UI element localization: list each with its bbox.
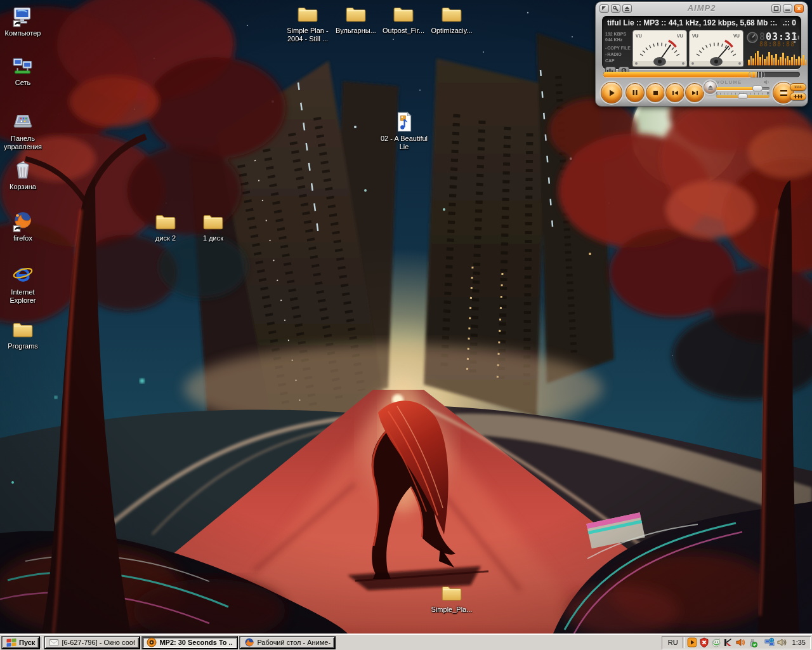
computer-icon <box>11 5 34 28</box>
desktop-icon-control-panel[interactable]: Панель управления <box>0 110 47 151</box>
recycle-icon <box>11 159 34 182</box>
svg-text:VU: VU <box>692 34 698 38</box>
aimp-play-icon[interactable] <box>687 637 697 647</box>
ie-icon <box>11 264 34 287</box>
task-label: MP2: 30 Seconds To ... <box>159 639 233 646</box>
desktop-icon-label: Сеть <box>0 79 47 87</box>
aimp-playlist-numbers-button[interactable]: 1111 <box>790 83 806 91</box>
aimp-close-button[interactable]: × <box>794 4 804 13</box>
volume-icon[interactable] <box>776 637 787 647</box>
security-alert-icon[interactable] <box>699 637 709 647</box>
taskbar-task-3[interactable]: Рабочий стол - Аниме-... <box>239 636 336 649</box>
desktop-icon-network[interactable]: Сеть <box>0 55 47 87</box>
network-icon <box>11 55 34 77</box>
desktop-icon-label: Панель управления <box>0 135 47 151</box>
aimp-spectrum-analyzer <box>748 49 806 65</box>
aimp-time-panel: 803:31 88:88:88 ▶❚❚■ <box>747 31 799 65</box>
aimp-samplerate: 044 KHz <box>605 37 632 43</box>
aimp-previous-track-button[interactable] <box>665 83 684 102</box>
aimp-radio-cap-flag[interactable]: RADIO CAP <box>605 51 632 63</box>
aimp-next-track-button[interactable] <box>685 83 704 102</box>
folder-icon <box>440 581 463 604</box>
svg-text:VU: VU <box>733 34 740 38</box>
aimp-volume-block: VOLUME LR <box>716 79 769 98</box>
aimp-display: tiful Lie :: MP3 :: 44,1 kHz, 192 kbps, … <box>602 16 801 69</box>
desktop-icon-recycle-bin[interactable]: Корзина <box>0 159 47 191</box>
task-buttons: [6-627-796] - Окно сооб...MP2: 30 Second… <box>43 636 336 649</box>
volume-orange-icon[interactable] <box>735 637 745 647</box>
aimp-compact-mode-button[interactable] <box>599 4 609 13</box>
aimp-track-info: tiful Lie :: MP3 :: 44,1 kHz, 192 kbps, … <box>607 18 796 29</box>
desktop-icon-my-computer[interactable]: Компьютер <box>0 5 47 37</box>
folder-icon <box>392 3 415 25</box>
aimp-stream-info: 192 KBPS 044 KHz COPY FILE RADIO CAP <box>605 31 632 75</box>
desktop-icon-optimizaciy[interactable]: Optimizaciy... <box>428 3 476 35</box>
svg-text:VU: VU <box>636 34 642 38</box>
aimp-play-button[interactable] <box>601 82 622 103</box>
aimp-minimize-button[interactable] <box>783 4 792 13</box>
controlpanel-icon <box>11 110 34 133</box>
aimp-options-button[interactable] <box>611 4 620 13</box>
kaspersky-icon[interactable] <box>723 637 733 647</box>
aimp-volume-slider[interactable] <box>716 87 769 90</box>
usb-safely-remove-icon[interactable] <box>747 637 757 647</box>
folder-icon <box>11 318 34 341</box>
music-icon <box>393 110 416 133</box>
aimp-bitrate: 192 KBPS <box>605 31 632 37</box>
taskbar: Пуск [6-627-796] - Окно сооб...MP2: 30 S… <box>0 633 812 650</box>
svg-text:VU: VU <box>677 34 683 38</box>
system-tray: RU 1:35 <box>662 636 811 649</box>
aimp-maximize-button[interactable] <box>771 4 781 13</box>
aimp-stop-button[interactable] <box>646 83 665 102</box>
windows-logo-icon <box>6 638 16 647</box>
speaker-icon <box>763 79 769 85</box>
folder-icon <box>154 210 177 233</box>
aimp-pause-button[interactable] <box>625 83 645 102</box>
aimp-eject-button[interactable] <box>704 81 717 94</box>
desktop-icon-label: Simple Plan - 2004 - Still ... <box>284 27 332 43</box>
desktop-icon-label: диск 2 <box>141 234 190 242</box>
desktop-icon-firefox[interactable]: firefox <box>0 210 47 242</box>
desktop-icon-simple-pla[interactable]: Simple_Pla... <box>428 581 476 614</box>
firefox-icon <box>11 210 34 233</box>
aimp-clock-knob-icon <box>747 32 758 43</box>
desktop-icon-label: Optimizaciy... <box>428 27 476 35</box>
desktop-icon-label: Internet Explorer <box>0 288 47 305</box>
aimp-playstate-icons: ▶❚❚■ <box>794 31 800 44</box>
task-label: [6-627-796] - Окно сооб... <box>62 639 135 646</box>
aimp-player-window[interactable]: AIMP2 × tiful Lie :: MP3 :: 44,1 kHz, 19… <box>595 1 808 107</box>
desktop-icon-label: firefox <box>0 234 47 242</box>
desktop[interactable]: КомпьютерСетьПанель управленияКорзинаfir… <box>0 0 812 633</box>
vu-meter-right: VUVU <box>689 30 743 67</box>
desktop-icon-internet-explorer[interactable]: Internet Explorer <box>0 264 47 305</box>
task-label: Рабочий стол - Аниме-... <box>257 639 331 646</box>
desktop-icon-outpost-fir[interactable]: Outpost_Fir... <box>379 3 428 35</box>
aimp-progress-handle[interactable] <box>749 71 765 78</box>
desktop-icon-label: Simple_Pla... <box>428 606 476 614</box>
network-icon[interactable] <box>764 637 775 647</box>
desktop-icon-simple-plan-2004[interactable]: Simple Plan - 2004 - Still ... <box>284 3 332 43</box>
taskbar-clock: 1:35 <box>792 639 806 646</box>
aimp-copy-file-flag[interactable]: COPY FILE <box>605 45 632 51</box>
antivirus-mascot-icon[interactable] <box>711 637 721 647</box>
aimp-progress-bar[interactable] <box>603 72 800 77</box>
vu-meter-left: VUVU <box>632 30 687 67</box>
desktop-icon-label: Вульгарны... <box>332 27 380 35</box>
aimp-open-file-button[interactable] <box>622 4 632 13</box>
aimp-equalizer-button[interactable] <box>790 93 806 100</box>
aimp-balance-handle[interactable] <box>738 93 748 99</box>
language-indicator[interactable]: RU <box>665 639 681 646</box>
desktop-icon-label: 1 диск <box>189 234 237 242</box>
aimp-balance-slider[interactable] <box>716 95 769 98</box>
desktop-icon-vulgarny[interactable]: Вульгарны... <box>332 3 380 35</box>
taskbar-task-2[interactable]: MP2: 30 Seconds To ... <box>141 636 238 649</box>
desktop-icon-disk-2[interactable]: диск 2 <box>141 210 190 242</box>
desktop-icon-label: Outpost_Fir... <box>379 27 428 35</box>
desktop-icon-disk-1[interactable]: 1 диск <box>189 210 237 242</box>
screen: КомпьютерСетьПанель управленияКорзинаfir… <box>0 0 812 650</box>
desktop-icon-beautiful-lie-track[interactable]: 02 - A Beautiful Lie <box>380 110 428 151</box>
start-button[interactable]: Пуск <box>1 636 40 649</box>
desktop-icon-programs[interactable]: Programs <box>0 318 47 350</box>
folder-icon <box>344 3 367 25</box>
taskbar-task-1[interactable]: [6-627-796] - Окно сооб... <box>44 636 140 649</box>
